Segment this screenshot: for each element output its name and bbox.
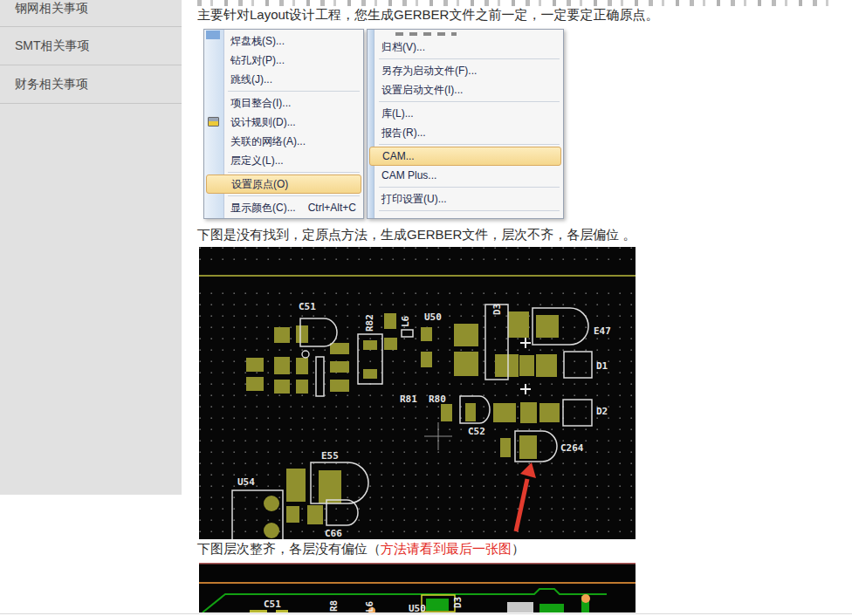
- menu-item-label: 报告(R)...: [381, 123, 426, 142]
- component-label: U50: [424, 311, 442, 323]
- menu-item-shortcut: Ctrl+Alt+C: [308, 198, 356, 217]
- pcb-layout-misaligned-image: C51R82L6U50D3E47D1D2R81R80C52C264E55U54C…: [199, 247, 636, 539]
- page-bottom-border: [0, 613, 852, 614]
- pcb-tool-setup-menu-screenshot: 焊盘栈(S)...钻孔对(P)...跳线(J)...项目整合(I)...设计规则…: [203, 29, 364, 219]
- menu-separator: [379, 144, 560, 145]
- menu-item: CAM Plus...: [368, 166, 563, 185]
- menu-item: 库(L)...: [368, 104, 563, 123]
- component-label: C66: [325, 528, 342, 539]
- component-label: R8: [328, 600, 340, 612]
- setup-menu-items: 焊盘栈(S)...钻孔对(P)...跳线(J)...项目整合(I)...设计规则…: [204, 30, 363, 217]
- menu-item-label: 层定义(L)...: [230, 151, 284, 170]
- pcb-tool-file-menu-screenshot: 归档(V)...另存为启动文件(F)...设置启动文件(I)...库(L)...…: [367, 29, 564, 219]
- menu-separator: [379, 58, 560, 59]
- menu-item-label: CAM...: [382, 147, 415, 165]
- component-label: L6: [400, 315, 411, 327]
- menu-item: 跳线(J)...: [204, 70, 363, 89]
- sidebar-item-3[interactable]: 财务相关事项: [0, 65, 182, 104]
- menu-item: 钻孔对(P)...: [204, 51, 363, 70]
- sidebar-item-1[interactable]: 钢网相关事项: [0, 0, 182, 27]
- intro-text: 主要针对Layout设计工程，您生成GERBER文件之前一定，一定要定正确原点。: [197, 7, 658, 24]
- menu-item-label: 设计规则(D)...: [230, 113, 296, 132]
- component-label: D1: [596, 360, 608, 372]
- component-label: C264: [560, 442, 584, 454]
- menu-item-label: 设置原点(O): [231, 175, 288, 193]
- menu-item-label: 焊盘栈(S)...: [230, 31, 285, 51]
- page: { "sidebar": { "items": [ {"label": "钢网相…: [0, 0, 852, 616]
- component-label: E55: [321, 450, 339, 462]
- component-label: D3: [491, 304, 503, 315]
- menu-separator: [379, 210, 560, 211]
- menu-item-label: 显示颜色(C)...: [230, 198, 296, 217]
- component-label: R81: [400, 394, 417, 405]
- caption-misaligned: 下图是没有找到，定原点方法，生成GERBER文件，层次不齐，各层偏位 。: [197, 227, 636, 243]
- menu-separator: [228, 91, 360, 92]
- menu-item: 另存为启动文件(F)...: [368, 61, 563, 80]
- menu-separator: [228, 195, 360, 196]
- menu-item: 打印设置(U)...: [368, 189, 563, 209]
- pcb-layout-aligned-image: C51R8L6U50D3: [199, 563, 636, 613]
- file-menu-items: 归档(V)...另存为启动文件(F)...设置启动文件(I)...库(L)...…: [368, 30, 563, 219]
- menu-item-label: 项目整合(I)...: [230, 93, 291, 113]
- component-label: D2: [596, 406, 608, 417]
- menu-item-label: 打印设置(U)...: [381, 189, 447, 209]
- component-label: E47: [594, 325, 611, 337]
- caption-red-note: 方法请看到最后一张图: [381, 541, 512, 556]
- menu-item: 报告(R)...: [368, 123, 563, 142]
- menu-separator: [228, 172, 360, 173]
- menu-item-label: 1 D:\Users\zhangyang\Desktop\24fx-4g -I …: [381, 213, 564, 219]
- caption-aligned-prefix: 下图层次整齐，各层没有偏位（: [197, 541, 381, 556]
- menu-item: 设计规则(D)...: [204, 113, 363, 132]
- component-label: R82: [364, 314, 375, 332]
- menu-item: 1 D:\Users\zhangyang\Desktop\24fx-4g -I …: [368, 213, 563, 219]
- clipped-text-fragments: [197, 0, 835, 6]
- menu-item-label: CAM Plus...: [381, 166, 436, 185]
- menu-item: 关联的网络(A)...: [204, 132, 363, 151]
- menu-item: 设置启动文件(I)...: [368, 80, 563, 99]
- caption-aligned-suffix: ）: [512, 541, 525, 556]
- menu-item-label: 钻孔对(P)...: [230, 51, 285, 70]
- menu-item-label: 另存为启动文件(F)...: [381, 61, 477, 80]
- menu-item: 焊盘栈(S)...: [204, 31, 363, 51]
- menu-separator: [379, 187, 560, 188]
- menu-item-label: 设置启动文件(I)...: [381, 80, 463, 99]
- menu-item-label: 关联的网络(A)...: [230, 132, 306, 151]
- caption-aligned: 下图层次整齐，各层没有偏位（方法请看到最后一张图）: [197, 541, 525, 558]
- menu-item-label: 跳线(J)...: [230, 70, 272, 89]
- component-label: L6: [364, 600, 375, 613]
- component-label: C51: [299, 301, 316, 312]
- component-label: C52: [468, 426, 485, 437]
- menu-separator: [379, 101, 560, 102]
- component-label: D3: [452, 597, 464, 608]
- menu-item-label: 归档(V)...: [381, 38, 425, 57]
- menu-item: 显示颜色(C)...Ctrl+Alt+C: [204, 198, 363, 217]
- menu-item: 项目整合(I)...: [204, 93, 363, 113]
- design-rules-icon: [208, 117, 219, 127]
- component-label: U50: [409, 603, 426, 613]
- menu-item-label: 库(L)...: [381, 104, 414, 123]
- menu-item: 层定义(L)...: [204, 151, 363, 170]
- sidebar-item-2[interactable]: SMT相关事项: [0, 27, 182, 65]
- menu-item: 归档(V)...: [368, 38, 563, 57]
- sidebar: 钢网相关事项SMT相关事项财务相关事项: [0, 0, 182, 495]
- menu-item: CAM...: [369, 147, 561, 166]
- component-label: R80: [429, 394, 446, 405]
- component-label: C51: [264, 599, 281, 610]
- menu-item: 设置原点(O): [206, 175, 361, 194]
- component-label: U54: [237, 476, 255, 488]
